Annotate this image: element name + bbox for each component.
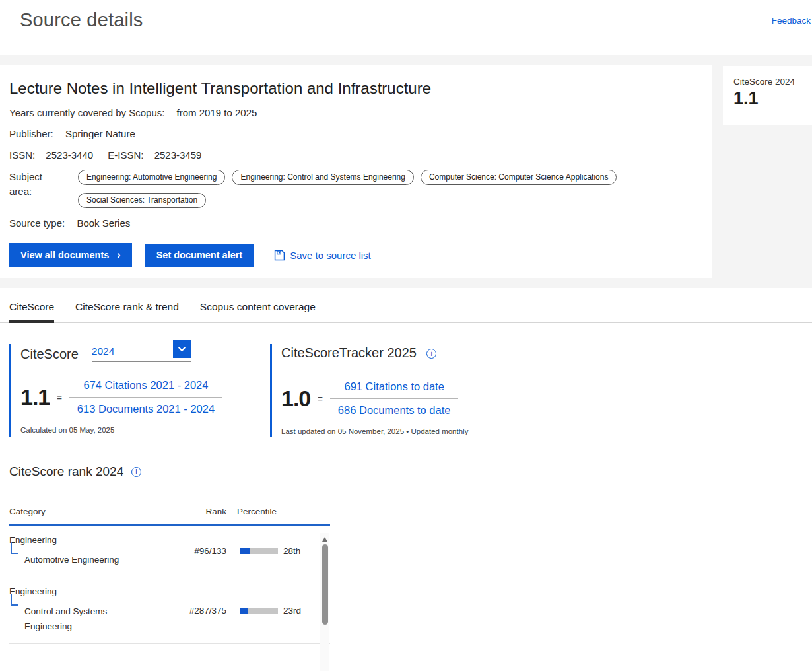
rank-table-header: Category Rank Percentile bbox=[9, 507, 330, 526]
eissn-label: E-ISSN: bbox=[108, 149, 143, 160]
category-cell: Engineering Automotive Engineering bbox=[9, 535, 187, 567]
coverage-label: Years currently covered by Scopus: bbox=[9, 107, 164, 118]
tab-citescore[interactable]: CiteScore bbox=[9, 301, 54, 323]
tracker-heading-text: CiteScoreTracker 2025 bbox=[281, 345, 417, 360]
set-document-alert-button[interactable]: Set document alert bbox=[145, 244, 254, 267]
equals-sign: = bbox=[57, 392, 62, 402]
subject-chip[interactable]: Engineering: Automotive Engineering bbox=[78, 170, 225, 185]
tree-connector-icon bbox=[11, 542, 18, 554]
year-dropdown-button[interactable] bbox=[173, 340, 191, 358]
scrollbar-thumb[interactable] bbox=[322, 544, 328, 625]
subject-area-label: Subject area: bbox=[9, 170, 67, 208]
subject-area-chips: Engineering: Automotive Engineering Engi… bbox=[78, 170, 698, 208]
documents-link[interactable]: 613 Documents 2021 - 2024 bbox=[69, 397, 222, 415]
view-all-documents-button[interactable]: View all documents › bbox=[9, 243, 132, 267]
view-all-documents-label: View all documents bbox=[20, 250, 109, 260]
citescore-badge: CiteScore 2024 1.1 bbox=[723, 66, 812, 125]
citescore-panel: CiteScore 2024 1.1 = 674 Citations 2021 … bbox=[9, 344, 259, 437]
info-icon[interactable]: i bbox=[131, 467, 141, 477]
percentile-bar-fill bbox=[240, 548, 250, 554]
citescore-panel-heading: CiteScore bbox=[20, 347, 79, 362]
category-child-row: Control and Systems Engineering bbox=[9, 598, 187, 634]
subject-chip[interactable]: Engineering: Control and Systems Enginee… bbox=[232, 170, 413, 185]
chevron-down-icon bbox=[178, 345, 186, 353]
percentile-label: 23rd bbox=[283, 606, 301, 616]
tracker-formula: 1.0 = 691 Citations to date 686 Document… bbox=[281, 380, 547, 417]
percentile-cell: 28th bbox=[240, 546, 300, 556]
tracker-panel-head: CiteScoreTracker 2025 i bbox=[281, 345, 547, 361]
tracker-value: 1.0 bbox=[281, 386, 310, 411]
category-parent: Engineering bbox=[9, 535, 187, 545]
scroll-up-arrow-icon[interactable] bbox=[322, 537, 327, 542]
citescore-year-value: 2024 bbox=[92, 345, 114, 357]
rank-heading: CiteScore rank 2024 bbox=[9, 464, 123, 479]
save-icon bbox=[274, 250, 285, 261]
publisher-row: Publisher: Springer Nature bbox=[9, 127, 698, 140]
divider-strip-top bbox=[0, 55, 812, 65]
citescore-tracker-panel: CiteScoreTracker 2025 i 1.0 = 691 Citati… bbox=[270, 344, 547, 437]
chevron-right-icon: › bbox=[117, 249, 120, 260]
percentile-bar bbox=[240, 608, 278, 614]
issn-label: ISSN: bbox=[9, 149, 35, 160]
rank-value: #287/375 bbox=[187, 606, 226, 616]
category-child-row: Automotive Engineering bbox=[9, 546, 187, 567]
category-child: Automotive Engineering bbox=[24, 546, 119, 567]
tracker-panel-heading: CiteScoreTracker 2025 i bbox=[281, 345, 436, 361]
citescore-panels: CiteScore 2024 1.1 = 674 Citations 2021 … bbox=[9, 344, 812, 437]
category-cell: Engineering Control and Systems Engineer… bbox=[9, 586, 187, 634]
subject-area-row: Subject area: Engineering: Automotive En… bbox=[9, 170, 698, 208]
publisher-label: Publisher: bbox=[9, 128, 53, 139]
tracker-fraction: 691 Citations to date 686 Documents to d… bbox=[330, 380, 459, 417]
publisher-value: Springer Nature bbox=[65, 128, 135, 139]
rank-table: Category Rank Percentile Engineering Aut… bbox=[9, 507, 330, 644]
source-title: Lecture Notes in Intelligent Transportat… bbox=[9, 79, 698, 98]
column-category: Category bbox=[9, 507, 187, 516]
percentile-label: 28th bbox=[283, 546, 300, 556]
tab-scopus-content-coverage[interactable]: Scopus content coverage bbox=[200, 301, 316, 323]
divider-strip-bottom bbox=[0, 278, 812, 288]
subject-chip[interactable]: Social Sciences: Transportation bbox=[78, 193, 206, 208]
citations-to-date-link[interactable]: 691 Citations to date bbox=[330, 380, 459, 398]
citescore-badge-label: CiteScore 2024 bbox=[733, 77, 805, 87]
save-to-source-list-link[interactable]: Save to source list bbox=[274, 250, 371, 261]
source-type-row: Source type: Book Series bbox=[9, 217, 698, 229]
source-card: Lecture Notes in Intelligent Transportat… bbox=[0, 65, 712, 278]
source-actions: View all documents › Set document alert … bbox=[9, 243, 698, 267]
citescore-panel-head: CiteScore 2024 bbox=[20, 345, 259, 362]
issn-row: ISSN: 2523-3440 E-ISSN: 2523-3459 bbox=[9, 149, 698, 161]
subject-chip[interactable]: Computer Science: Computer Science Appli… bbox=[421, 170, 617, 185]
coverage-row: Years currently covered by Scopus: from … bbox=[9, 106, 698, 119]
citescore-formula: 1.1 = 674 Citations 2021 - 2024 613 Docu… bbox=[20, 379, 259, 415]
eissn-value: 2523-3459 bbox=[154, 149, 202, 160]
issn-value: 2523-3440 bbox=[46, 149, 93, 160]
citescore-value: 1.1 bbox=[20, 384, 50, 410]
rank-value: #96/133 bbox=[187, 546, 226, 556]
percentile-bar-fill bbox=[240, 608, 248, 614]
citescore-footnote: Calculated on 05 May, 2025 bbox=[20, 426, 259, 434]
percentile-bar bbox=[240, 548, 278, 554]
citescore-badge-value: 1.1 bbox=[733, 88, 805, 109]
info-icon[interactable]: i bbox=[426, 349, 436, 359]
category-child: Control and Systems Engineering bbox=[24, 598, 138, 634]
documents-to-date-link[interactable]: 686 Documents to date bbox=[330, 398, 459, 417]
column-rank: Rank bbox=[187, 507, 226, 516]
source-type-value: Book Series bbox=[77, 217, 130, 229]
column-percentile: Percentile bbox=[237, 507, 277, 516]
coverage-value: from 2019 to 2025 bbox=[177, 107, 257, 118]
source-summary-section: Lecture Notes in Intelligent Transportat… bbox=[0, 65, 812, 278]
rank-row-control-systems-engineering: Engineering Control and Systems Engineer… bbox=[9, 577, 330, 644]
citescore-badge-rail: CiteScore 2024 1.1 bbox=[712, 65, 812, 278]
citescore-year-select[interactable]: 2024 bbox=[92, 345, 191, 362]
citations-link[interactable]: 674 Citations 2021 - 2024 bbox=[69, 379, 222, 397]
metrics-section: CiteScore CiteScore rank & trend Scopus … bbox=[0, 288, 812, 644]
equals-sign: = bbox=[318, 394, 323, 404]
feedback-link[interactable]: Feedback bbox=[772, 16, 811, 26]
tab-bar: CiteScore CiteScore rank & trend Scopus … bbox=[0, 288, 812, 323]
table-scrollbar[interactable] bbox=[320, 533, 329, 671]
citescore-fraction: 674 Citations 2021 - 2024 613 Documents … bbox=[69, 379, 222, 415]
save-to-source-list-label: Save to source list bbox=[290, 250, 371, 261]
tab-citescore-rank-trend[interactable]: CiteScore rank & trend bbox=[75, 301, 179, 323]
percentile-cell: 23rd bbox=[240, 606, 301, 616]
tracker-footnote: Last updated on 05 November, 2025 • Upda… bbox=[281, 427, 547, 435]
category-parent: Engineering bbox=[9, 586, 187, 596]
